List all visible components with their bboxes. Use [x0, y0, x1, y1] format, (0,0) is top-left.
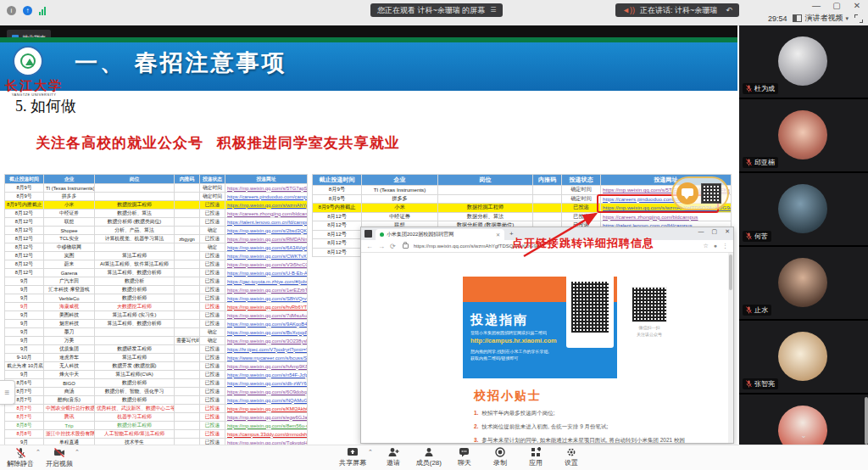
table-cell: 联想 — [44, 218, 95, 227]
job-link[interactable]: https://mp.weixin.qq.com/s/8em56u-sr-hgv… — [225, 422, 308, 430]
job-link[interactable]: https://mp.weixin.qq.com/s/6A3AVqr06KXmE… — [225, 243, 308, 252]
job-link[interactable]: https://mp.weixin.qq.com/s/RMDANnsU9W-lf… — [225, 235, 308, 243]
watching-screen-banner: 您正在观看 计科~余珊瑞 的屏幕 ☰ — [370, 3, 503, 17]
upload-icon[interactable]: ↑ — [23, 6, 32, 15]
table-cell: 已投递 — [200, 430, 225, 439]
job-link[interactable]: https://careers.pinduoduo.com/campus — [225, 193, 308, 201]
browser-maximize-button[interactable]: ▢ — [712, 228, 718, 235]
poster-title: 投递指南 — [470, 312, 528, 328]
table-cell: 8月12号 — [5, 252, 44, 260]
job-link[interactable]: https://mp.weixin.qq.com/s/egw6GJa8YmrCi… — [225, 413, 308, 422]
members-button[interactable]: 成员(28) — [414, 447, 444, 467]
participant-tile[interactable]: 邱亚楠 — [739, 99, 868, 171]
participant-tile[interactable]: 张智亮 — [739, 321, 868, 393]
job-link[interactable]: https://careers.zhongjing.com/bldcampus — [225, 210, 308, 218]
table-cell: 8月9号 — [5, 184, 44, 193]
start-video-button[interactable]: 开启视频 — [44, 447, 75, 468]
lock-icon — [403, 243, 409, 249]
reload-icon[interactable]: ⟳ — [390, 243, 396, 250]
job-link[interactable]: https://mp.weixin.qq.com/s/hAmp9K86smEN8… — [225, 362, 308, 371]
banner-menu-icon[interactable]: ☰ — [490, 3, 496, 17]
share-options-caret[interactable]: ⌃ — [368, 449, 373, 456]
mic-options-caret[interactable]: ⌃ — [36, 449, 41, 456]
participant-tile[interactable]: 杜为成 — [739, 25, 868, 98]
table-cell: 已投递 — [200, 260, 225, 269]
browser-menu-icon[interactable]: ⋮ — [722, 243, 728, 249]
job-link[interactable]: https://hr.tipec.com/V7podryrl?pmir=963Q… — [225, 345, 308, 354]
job-link[interactable]: https://mp.weixin.qq.com/s/NQAMuG2ecmQx6… — [225, 396, 308, 405]
job-link[interactable]: https://mp.weixin.qq.com/s/6O9dobqO5ux66… — [225, 388, 308, 396]
browser-tab[interactable]: 小米集团2022届校园招聘官网 ✕ — [376, 229, 504, 240]
job-link[interactable]: https://mp.weixin.qq.com/s/db-zWY6Qq-dFh… — [225, 379, 308, 388]
table-row: 8月7号商汤数据分析、智能、强化学习已投递https://mp.weixin.q… — [5, 388, 308, 396]
return-arrow-icon[interactable]: ↶ — [726, 3, 732, 17]
participants-sidebar: ⌃ 杜为成邱亚楠何苦止水张智亮 ⌄ — [739, 25, 868, 445]
job-link[interactable]: https://mp.weixin.qq.com/s/2bsd3QKuGhzEp… — [225, 227, 308, 235]
job-link[interactable]: https://mp.weixin.qq.com/s/hvRb6YTQr6e9n… — [225, 303, 308, 311]
job-link[interactable]: https://careers.zhongjing.com/bldcampus — [601, 212, 732, 221]
apps-button[interactable]: 应用 — [520, 447, 551, 467]
scroll-down-chevron[interactable]: ⌄ — [800, 431, 807, 439]
participant-tile[interactable]: 何苦 — [739, 173, 868, 245]
poster-link[interactable]: http://campus.hr.xiaomi.com — [470, 337, 557, 344]
invite-button[interactable]: 邀请 — [378, 447, 409, 467]
job-link[interactable]: https://mp.weixin.qq.com/s/9AKqoB41fAkTO… — [225, 320, 308, 328]
settings-button[interactable]: 设置 — [556, 447, 587, 467]
table-cell: 8月12号 — [313, 221, 362, 231]
job-link[interactable]: https://mp.weixin.qq.com/s/n54F-Jcfpne7B… — [225, 371, 308, 379]
job-link[interactable]: https://mp.weixin.qq.com/s/KMl2AkbQhcmQx… — [225, 405, 308, 413]
table-cell: 9月 — [5, 371, 44, 379]
bookmark-icon[interactable]: ☆ — [703, 243, 708, 249]
university-logo — [13, 46, 43, 76]
job-link[interactable]: https://mp.weixin.qq.com/s/5TG7apSe-osLG… — [225, 184, 308, 193]
browser-minimize-button[interactable]: — — [698, 228, 704, 235]
column-header: 企业 — [362, 175, 438, 186]
forward-icon[interactable]: → — [378, 243, 385, 250]
back-icon[interactable]: ← — [366, 243, 373, 250]
job-link[interactable]: https://mp.weixin.qq.com/s/BvXvpqd5l6Q98… — [225, 328, 308, 337]
unmute-button[interactable]: 解除静音 — [5, 447, 36, 468]
job-link[interactable]: https://mp.weixin.qq.com/s/3O238ysMvlTy4… — [225, 337, 308, 345]
table-cell — [533, 194, 562, 204]
job-link[interactable]: https://mp.weixin.qq.com/s/1erEZzbTN04O0… — [225, 286, 308, 294]
job-link[interactable]: https://mp.weixin.qq.com/s/TqkvqtqHeGn-D… — [225, 439, 308, 445]
job-link[interactable]: https://mp.weixin.qq.com/s/V3t5hcCO2yOfw… — [225, 260, 308, 269]
record-button[interactable]: 录制 — [485, 447, 515, 467]
table-row: 9月美图科技算法工程师 (实习生)已投递https://mp.weixin.qq… — [5, 311, 308, 320]
participant-name-chip: 杜为成 — [743, 83, 778, 94]
table-row: 8月6号BIGO数据分析师已投递https://mp.weixin.qq.com… — [5, 379, 308, 388]
table-cell: 9月 — [5, 286, 44, 294]
sidebar-scrollbar[interactable] — [865, 397, 868, 445]
job-link[interactable]: https://mp.weixin.qq.com/s/S8hVQrvO7mGy6… — [225, 294, 308, 303]
info-icon[interactable]: i — [7, 6, 16, 15]
table-cell: TI (Texas Instruments) — [44, 184, 95, 193]
maximize-button[interactable]: ▢ — [831, 1, 843, 10]
view-mode-selector[interactable]: 演讲者视频 ▾ — [793, 13, 849, 24]
scroll-up-chevron[interactable]: ⌃ — [800, 53, 807, 61]
job-link[interactable]: https://www.mycareer.com/s/bcuss/SV2900?… — [225, 354, 308, 362]
table-row: 8月9号内推截止小米数据挖掘工程师已投递https://mp.weixin.qq… — [5, 201, 308, 210]
job-link[interactable]: https://campus.33ddy.com/dmmodshs/pop/fg… — [225, 430, 308, 439]
job-link[interactable]: https://mp.weixin.qq.com/s/U-B-Eb-AzVWWl… — [225, 269, 308, 277]
browser-scrollbar[interactable] — [728, 253, 733, 443]
side-widget[interactable]: ≡ — [0, 380, 15, 405]
table-cell: 腾讯 — [44, 413, 95, 422]
job-link[interactable]: https://talent.lenovo.com.cn/fd/campus — [225, 218, 308, 227]
job-link[interactable]: https://mp.weixin.qq.com/s/CWKTvXA2nCOrm… — [225, 252, 308, 260]
minimize-button[interactable]: — — [810, 1, 822, 10]
table-cell: 已投递 — [200, 354, 225, 362]
chat-button[interactable]: 聊天 — [449, 447, 480, 467]
apps-label: 应用 — [529, 458, 542, 467]
participant-tile[interactable]: 止水 — [739, 247, 868, 319]
fullscreen-icon[interactable] — [854, 14, 863, 23]
profile-icon[interactable]: ● — [714, 243, 717, 249]
table-cell: 截止为准 10月底截止 — [5, 362, 44, 371]
tab-close-icon[interactable]: ✕ — [496, 232, 500, 238]
job-link[interactable]: https://mp.weixin.qq.com/s/7dMsuAu--zjmv… — [225, 311, 308, 320]
video-options-caret[interactable]: ⌃ — [75, 449, 80, 456]
job-link[interactable]: https://mp.weixin.qq.com/s/wzmAhYgfTDSQ2… — [225, 201, 308, 210]
job-link[interactable]: https://gac-toyota.m.zhiye.com/#/jobs?c=… — [225, 277, 308, 286]
browser-close-button[interactable]: ✕ — [725, 228, 730, 235]
close-button[interactable]: ✕ — [851, 1, 863, 10]
share-screen-button[interactable]: 共享屏幕 — [337, 447, 368, 467]
